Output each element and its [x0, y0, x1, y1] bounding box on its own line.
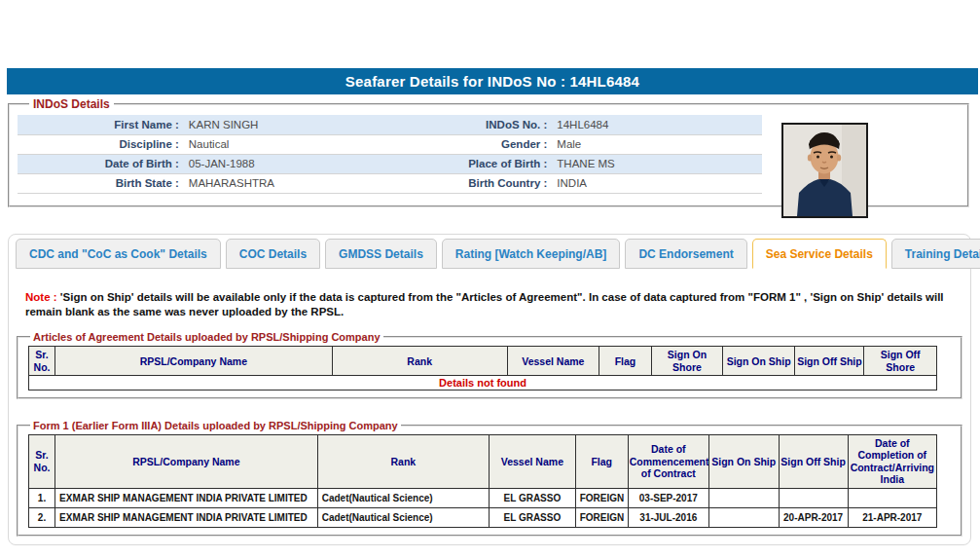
form1-legend: Form 1 (Earlier Form IIIA) Details uploa… [30, 420, 401, 431]
articles-table: Sr. No.RPSL/Company NameRankVessel NameF… [28, 346, 937, 391]
column-header: Sr. No. [29, 347, 55, 376]
note: Note : 'Sign on Ship' details will be av… [25, 290, 954, 319]
form1-fieldset: Form 1 (Earlier Form IIIA) Details uploa… [17, 420, 962, 537]
tab-training-details[interactable]: Training Details [891, 239, 980, 269]
details-not-found-message: Details not found [29, 376, 937, 391]
column-header: Sign On Shore [652, 347, 723, 376]
tab-strip: CDC and "CoC as Cook" DetailsCOC Details… [9, 235, 970, 269]
tab-rating-watch-keeping-ab[interactable]: Rating [Watch Keeping/AB] [442, 239, 621, 269]
column-header: Vessel Name [507, 347, 599, 376]
indos-details-table: First Name :KARN SINGHINDoS No. :14HL648… [18, 115, 762, 194]
column-header: Sign On Ship [708, 435, 779, 489]
indos-row: Date of Birth :05-JAN-1988Place of Birth… [18, 154, 762, 173]
table-cell: 21-APR-2017 [848, 507, 936, 527]
field-value: 05-JAN-1988 [186, 154, 409, 173]
table-cell: FOREIGN [575, 507, 628, 527]
table-cell: EL GRASSO [490, 488, 576, 507]
articles-of-agreement-fieldset: Articles of Agreement Details uploaded b… [17, 331, 962, 399]
column-header: Sign Off Ship [779, 435, 848, 489]
note-text: 'Sign on Ship' details will be available… [25, 291, 944, 317]
column-header: Date of Completion of Contract/Arriving … [848, 435, 936, 489]
field-value: 14HL6484 [554, 115, 761, 134]
column-header: Sr. No. [29, 435, 55, 489]
tab-gmdss-details[interactable]: GMDSS Details [325, 239, 437, 269]
field-label: Discipline : [18, 134, 186, 154]
field-value: Nautical [186, 134, 409, 154]
table-cell: FOREIGN [575, 488, 628, 507]
field-label: INDoS No. : [409, 115, 554, 134]
field-value: INDIA [554, 173, 761, 193]
table-cell: EXMAR SHIP MANAGEMENT INDIA PRIVATE LIMI… [55, 507, 318, 527]
column-header: Vessel Name [490, 435, 576, 489]
field-label: Date of Birth : [18, 154, 186, 173]
table-cell: EXMAR SHIP MANAGEMENT INDIA PRIVATE LIMI… [55, 488, 318, 507]
column-header: Rank [317, 435, 489, 489]
form1-table: Sr. No.RPSL/Company NameRankVessel NameF… [28, 434, 937, 528]
note-prefix: Note : [25, 291, 57, 303]
page-title: Seafarer Details for INDoS No : 14HL6484 [345, 73, 639, 90]
indos-details-fieldset: INDoS Details First Name :KARN SINGHINDo… [8, 97, 969, 207]
column-header: Sign Off Shore [864, 347, 937, 376]
table-cell [708, 488, 779, 507]
seafarer-photo [781, 123, 868, 218]
tab-coc-details[interactable]: COC Details [226, 239, 320, 269]
column-header: Sign On Ship [722, 347, 795, 376]
column-header: Rank [332, 347, 507, 376]
tab-cdc-and-coc-as-cook-details[interactable]: CDC and "CoC as Cook" Details [16, 239, 221, 269]
table-header-row: Sr. No.RPSL/Company NameRankVessel NameF… [29, 435, 937, 489]
field-label: Place of Birth : [409, 154, 554, 173]
column-header: Date of Commencement of Contract [628, 435, 708, 489]
empty-row: Details not found [29, 376, 937, 391]
field-label: Gender : [409, 134, 554, 154]
table-header-row: Sr. No.RPSL/Company NameRankVessel NameF… [29, 347, 937, 376]
table-cell [708, 507, 779, 527]
table-cell: Cadet(Nautical Science) [317, 507, 489, 527]
table-cell: Cadet(Nautical Science) [317, 488, 489, 507]
table-cell: 31-JUL-2016 [628, 507, 708, 527]
tab-sea-service-details[interactable]: Sea Service Details [752, 239, 887, 269]
column-header: Sign Off Ship [795, 347, 864, 376]
seafarer-photo-image [783, 125, 866, 216]
table-cell [848, 488, 936, 507]
field-value: MAHARASHTRA [186, 173, 409, 193]
table-row: 2.EXMAR SHIP MANAGEMENT INDIA PRIVATE LI… [29, 507, 937, 527]
field-value: KARN SINGH [186, 115, 409, 134]
indos-row: Discipline :NauticalGender :Male [18, 134, 762, 154]
table-cell: 20-APR-2017 [779, 507, 848, 527]
table-cell: EL GRASSO [490, 507, 576, 527]
title-bar: Seafarer Details for INDoS No : 14HL6484 [7, 68, 978, 94]
column-header: Flag [599, 347, 651, 376]
field-value: Male [554, 134, 761, 154]
sea-service-panel: CDC and "CoC as Cook" DetailsCOC Details… [8, 234, 971, 545]
articles-legend: Articles of Agreement Details uploaded b… [30, 331, 383, 343]
field-value: THANE MS [554, 154, 761, 173]
table-cell [779, 488, 848, 507]
table-cell: 03-SEP-2017 [628, 488, 708, 507]
field-label: Birth State : [18, 173, 186, 193]
table-row: 1.EXMAR SHIP MANAGEMENT INDIA PRIVATE LI… [29, 488, 937, 507]
field-label: First Name : [18, 115, 186, 134]
indos-row: Birth State :MAHARASHTRABirth Country :I… [18, 173, 762, 193]
column-header: Flag [575, 435, 628, 489]
table-cell: 2. [29, 507, 55, 527]
column-header: RPSL/Company Name [55, 347, 333, 376]
field-label: Birth Country : [409, 173, 554, 193]
tab-dc-endorsement[interactable]: DC Endorsement [625, 239, 746, 269]
indos-row: First Name :KARN SINGHINDoS No. :14HL648… [18, 115, 762, 134]
column-header: RPSL/Company Name [55, 435, 318, 489]
table-cell: 1. [29, 488, 55, 507]
indos-details-legend: INDoS Details [29, 97, 114, 111]
